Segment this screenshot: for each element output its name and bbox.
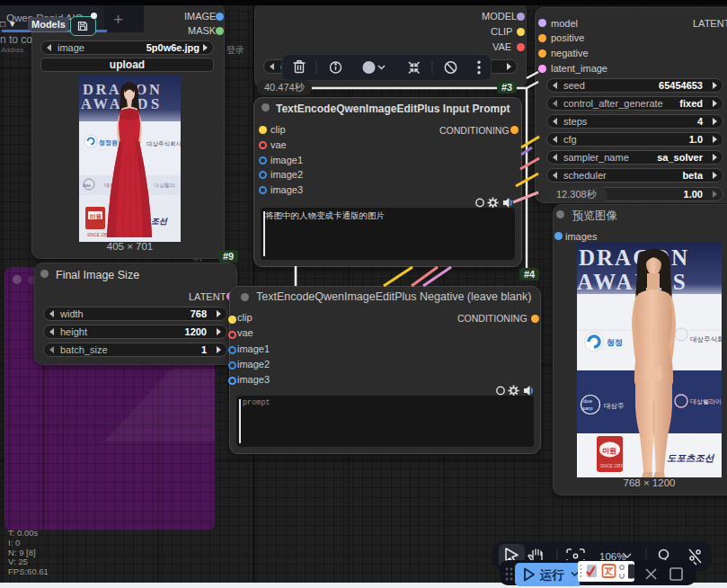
svg-text:도포츠조선: 도포츠조선 bbox=[667, 452, 715, 463]
svg-text:doe: doe bbox=[583, 398, 593, 404]
svg-text:DRAGON: DRAGON bbox=[579, 245, 689, 270]
svg-text:SINCE 1955: SINCE 1955 bbox=[600, 464, 624, 468]
svg-text:运行: 运行 bbox=[539, 568, 565, 582]
svg-text:SINCE 1955: SINCE 1955 bbox=[87, 233, 111, 237]
svg-text:청정원: 청정원 bbox=[99, 139, 118, 147]
svg-text:sarp: sarp bbox=[582, 405, 593, 411]
svg-text:대상주식회사: 대상주식회사 bbox=[146, 140, 181, 147]
svg-text:대상주: 대상주 bbox=[604, 402, 625, 410]
svg-text:대상헬라이프: 대상헬라이프 bbox=[690, 398, 722, 405]
svg-text:dae: dae bbox=[83, 183, 91, 188]
svg-text:대상주식회: 대상주식회 bbox=[690, 335, 722, 343]
svg-text:청정: 청정 bbox=[607, 338, 623, 347]
svg-text:미원: 미원 bbox=[602, 447, 616, 455]
svg-text:대상헬라: 대상헬라 bbox=[154, 183, 175, 188]
svg-text:미원: 미원 bbox=[90, 213, 102, 220]
